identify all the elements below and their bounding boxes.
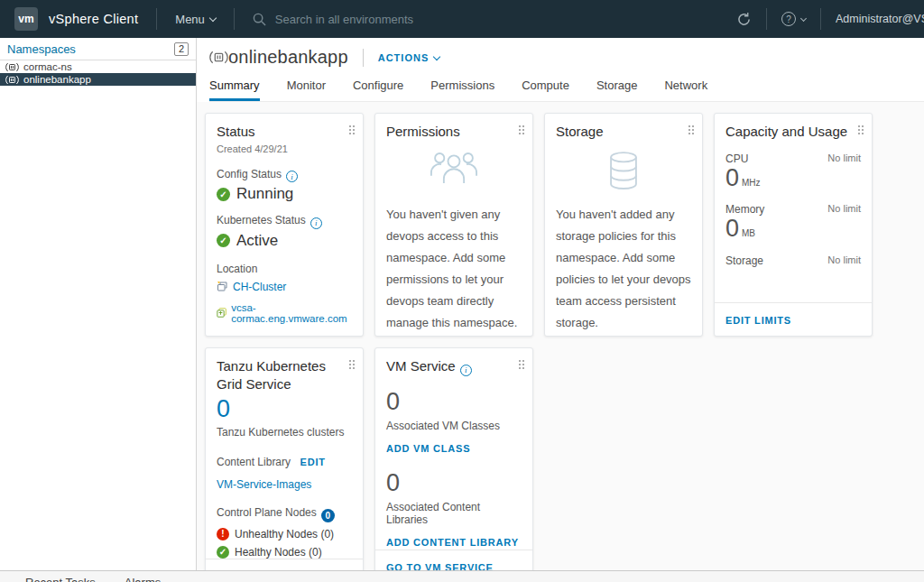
menu-button[interactable]: Menu: [175, 13, 216, 26]
cpu-limit: No limit: [827, 152, 861, 165]
memory-limit: No limit: [827, 203, 861, 216]
vcenter-link[interactable]: vcsa-cormac.eng.vmware.com: [231, 302, 352, 324]
status-ok-icon: ✓: [217, 234, 230, 247]
status-ok-icon: ✓: [217, 546, 229, 559]
card-title: Permissions: [386, 123, 460, 141]
cli-tools-label: Link to CLI Tools: [217, 337, 352, 337]
chevron-down-icon: [209, 14, 217, 22]
tanzu-card: Tanzu Kubernetes Grid Service 0 Tanzu Ku…: [205, 347, 364, 570]
memory-usage-value: 0MB: [725, 216, 861, 243]
tab-compute[interactable]: Compute: [522, 79, 569, 101]
bottom-panel: Recent Tasks Alarms: [0, 570, 924, 582]
cpu-label: CPU: [725, 152, 748, 165]
namespace-icon: [5, 62, 19, 72]
add-vm-class-link[interactable]: ADD VM CLASS: [386, 443, 470, 454]
vm-classes-label: Associated VM Classes: [386, 420, 522, 432]
tab-network[interactable]: Network: [664, 79, 707, 101]
search-input[interactable]: Search in all environments: [253, 13, 413, 26]
actions-button[interactable]: ACTIONS: [378, 52, 440, 63]
card-title: Tanzu Kubernetes Grid Service: [217, 357, 349, 393]
refresh-button[interactable]: [736, 12, 752, 27]
tab-monitor[interactable]: Monitor: [287, 79, 326, 101]
add-content-library-link[interactable]: ADD CONTENT LIBRARY: [386, 537, 519, 548]
card-title: Status: [217, 123, 255, 141]
unhealthy-nodes-label: Unhealthy Nodes (0): [235, 528, 334, 540]
healthy-nodes-label: Healthy Nodes (0): [235, 546, 322, 559]
card-title: Storage: [556, 123, 604, 141]
control-plane-count-badge: 0: [321, 509, 335, 522]
go-to-vm-service-link[interactable]: GO TO VM SERVICE: [386, 562, 494, 570]
tab-summary[interactable]: Summary: [209, 79, 260, 101]
drag-handle-icon[interactable]: [349, 360, 355, 369]
storage-label: Storage: [725, 254, 763, 267]
tab-permissions[interactable]: Permissions: [430, 79, 494, 101]
status-card: Status Created 4/29/21 Config Statusi ✓ …: [205, 113, 364, 337]
sidebar-item-cormac-ns[interactable]: cormac-ns: [0, 60, 196, 73]
recent-tasks-toggle[interactable]: Recent Tasks: [25, 576, 96, 582]
card-title: Capacity and Usage: [725, 123, 847, 141]
chevron-down-icon: [800, 14, 807, 21]
vmware-logo: vm: [14, 7, 38, 31]
empty-state-text: You haven't given any devops access to t…: [386, 204, 522, 334]
topbar-right: ? Administrator@VSPHE: [736, 8, 924, 30]
vm-service-images-link[interactable]: VM-Service-Images: [217, 478, 311, 491]
control-plane-nodes-label: Control Plane Nodes0: [217, 506, 352, 522]
namespace-icon: [209, 51, 228, 64]
divider: [234, 8, 235, 30]
top-nav: vm vSphere Client Menu Search in all env…: [0, 0, 924, 38]
vm-classes-count: 0: [386, 389, 522, 416]
page-title: onlinebankapp: [228, 47, 348, 68]
namespace-count-badge: 2: [174, 42, 189, 56]
kubernetes-status-value: Active: [236, 232, 278, 250]
sidebar-title: Namespaces: [7, 42, 76, 56]
drag-handle-icon[interactable]: [519, 125, 524, 134]
status-error-icon: !: [217, 528, 229, 540]
info-icon[interactable]: i: [286, 171, 298, 182]
help-menu-button[interactable]: ?: [781, 12, 806, 26]
users-icon: [426, 148, 482, 195]
tab-storage[interactable]: Storage: [596, 79, 638, 101]
main-content: onlinebankapp ACTIONS Summary Monitor Co…: [197, 38, 924, 570]
search-placeholder: Search in all environments: [275, 13, 413, 26]
object-header: onlinebankapp ACTIONS Summary Monitor Co…: [197, 38, 924, 102]
storage-card: Storage You haven't added any storage po…: [544, 113, 703, 337]
cpu-usage-value: 0MHz: [725, 165, 861, 192]
info-icon[interactable]: i: [310, 217, 322, 229]
drag-handle-icon[interactable]: [349, 125, 355, 134]
drag-handle-icon[interactable]: [519, 360, 524, 369]
sidebar-header: Namespaces 2: [0, 38, 196, 60]
edit-limits-link[interactable]: EDIT LIMITS: [725, 315, 791, 326]
database-icon: [599, 148, 648, 195]
divider: [156, 8, 157, 30]
sidebar-item-label: cormac-ns: [23, 61, 72, 72]
divider: [363, 49, 364, 67]
capacity-usage-card: Capacity and Usage CPU No limit 0MHz Mem…: [714, 113, 873, 337]
info-icon[interactable]: i: [460, 365, 472, 376]
app-title: vSphere Client: [49, 12, 138, 26]
menu-label: Menu: [175, 13, 205, 26]
search-icon: [253, 13, 266, 26]
alarms-toggle[interactable]: Alarms: [125, 576, 161, 582]
cluster-link[interactable]: CH-Cluster: [233, 281, 286, 293]
sidebar-item-label: onlinebankapp: [23, 74, 91, 85]
content-libraries-label: Associated Content Libraries: [386, 501, 522, 526]
tanzu-cluster-count: 0: [217, 396, 352, 423]
cluster-icon: [217, 281, 228, 292]
memory-label: Memory: [725, 203, 764, 216]
location-label: Location: [217, 263, 352, 275]
kubernetes-status-label: Kubernetes Statusi: [217, 214, 352, 229]
content-libraries-count: 0: [386, 470, 522, 497]
vcenter-icon: [217, 307, 226, 319]
refresh-icon: [736, 12, 752, 27]
user-menu[interactable]: Administrator@VSPHE: [836, 13, 924, 25]
tab-configure[interactable]: Configure: [353, 79, 403, 101]
card-title: VM Servicei: [386, 357, 472, 376]
drag-handle-icon[interactable]: [858, 125, 864, 134]
storage-limit: No limit: [827, 254, 861, 267]
sidebar-item-onlinebankapp[interactable]: onlinebankapp: [0, 73, 196, 86]
chevron-down-icon: [433, 52, 440, 60]
drag-handle-icon[interactable]: [688, 125, 694, 134]
tanzu-cluster-count-label: Tanzu Kubernetes clusters: [217, 426, 352, 439]
edit-content-library-link[interactable]: EDIT: [300, 457, 326, 467]
config-status-label: Config Statusi: [217, 168, 352, 183]
